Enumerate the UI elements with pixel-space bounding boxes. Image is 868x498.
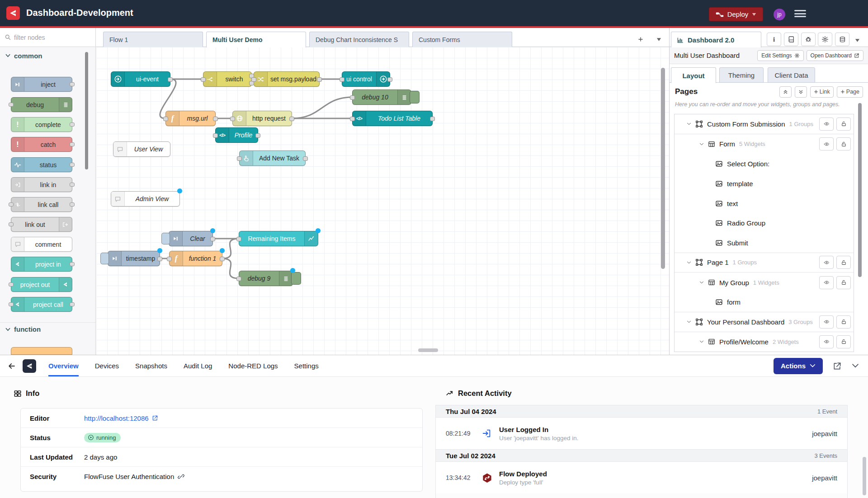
output-port[interactable] <box>303 156 308 161</box>
collapse-chevron-icon[interactable] <box>699 280 704 285</box>
port[interactable] <box>70 302 75 306</box>
flow-node-ui-event[interactable]: ui-event <box>111 71 170 87</box>
lock-button[interactable] <box>836 256 851 269</box>
sidebar-tool-info-button[interactable]: i <box>767 33 781 46</box>
input-port[interactable] <box>236 237 241 241</box>
port[interactable] <box>9 202 14 207</box>
flow-node-todo-list-table[interactable]: </>Todo List Table <box>352 111 433 126</box>
chain-icon[interactable] <box>178 473 184 480</box>
sidebar-caret-icon[interactable] <box>855 36 860 44</box>
flow-node-http-request[interactable]: http request <box>232 111 292 126</box>
collapse-chevron-icon[interactable] <box>699 339 704 344</box>
input-port[interactable] <box>167 257 172 261</box>
input-port[interactable] <box>230 117 235 121</box>
tree-row-select-option-[interactable]: Select Option: <box>675 154 854 174</box>
open-editor-icon[interactable] <box>833 362 842 371</box>
collapse-chevron-icon[interactable] <box>686 319 692 324</box>
input-port[interactable] <box>201 77 206 82</box>
lock-button[interactable] <box>836 117 851 131</box>
port[interactable] <box>9 302 14 306</box>
lock-button[interactable] <box>836 335 851 348</box>
tree-row-profile-welcome[interactable]: Profile/Welcome2 Widgets <box>675 332 854 352</box>
flow-node-msg-url[interactable]: fmsg.url <box>165 111 216 126</box>
palette-node-partial[interactable] <box>11 347 72 355</box>
deploy-button[interactable]: Deploy <box>709 7 763 21</box>
palette-section-common[interactable]: common <box>0 49 95 62</box>
visibility-button[interactable] <box>819 276 834 289</box>
tree-row-custom-form-submission[interactable]: Custom Form Submission1 Groups <box>675 114 854 134</box>
wire[interactable] <box>222 239 239 258</box>
tree-row-page-1[interactable]: Page 11 Groups <box>675 253 854 273</box>
tree-row-my-group[interactable]: My Group1 Widgets <box>675 272 854 292</box>
flow-node-add-new-task[interactable]: Add New Task <box>239 150 306 166</box>
instance-tab-devices[interactable]: Devices <box>95 355 119 376</box>
output-port[interactable] <box>430 117 435 121</box>
flow-node-clear[interactable]: Clear <box>169 231 213 246</box>
collapse-chevron-icon[interactable] <box>699 141 704 147</box>
palette-node-project-out[interactable]: project out <box>11 277 72 292</box>
palette-node-status[interactable]: status <box>11 157 72 172</box>
flow-node-debug-9[interactable]: debug 9 <box>239 271 293 286</box>
sidebar-tool-book-button[interactable] <box>784 33 798 46</box>
flowfuse-instance-logo-icon[interactable] <box>23 359 36 373</box>
palette-node-inject[interactable]: inject <box>11 77 72 92</box>
sidebar-tab-client-data[interactable]: Client Data <box>768 67 815 83</box>
sidebar-tool-gear-button[interactable] <box>818 33 832 46</box>
port[interactable] <box>70 82 75 86</box>
editor-link[interactable]: http://localhost:12086 <box>84 414 158 422</box>
activity-event-row[interactable]: 13:34:42Flow DeployedDeploy type 'full'j… <box>436 462 847 493</box>
instance-tab-node-red-logs[interactable]: Node-RED Logs <box>228 355 278 376</box>
collapse-panel-icon[interactable] <box>852 363 859 368</box>
flow-node-set-msg-payload[interactable]: set msg.payload <box>254 71 320 87</box>
flow-node-remaining-items[interactable]: Remaining Items <box>239 231 318 246</box>
collapse-chevron-icon[interactable] <box>686 121 692 127</box>
add-flow-button[interactable] <box>635 34 646 44</box>
tree-row-radio-group[interactable]: Radio Group <box>675 213 854 233</box>
flow-tab-multi-user-demo[interactable]: Multi User Demo <box>206 32 306 47</box>
canvas-hscrollbar[interactable] <box>418 348 438 352</box>
back-arrow-icon[interactable] <box>7 362 16 371</box>
port[interactable] <box>9 222 14 226</box>
flow-list-caret-icon[interactable] <box>653 34 665 44</box>
user-avatar[interactable]: jp <box>774 9 785 20</box>
tree-row-submit[interactable]: Submit <box>675 233 854 253</box>
comment-node-user-view[interactable]: User View <box>113 141 170 157</box>
lock-button[interactable] <box>836 315 851 329</box>
tree-row-form[interactable]: form <box>675 292 854 312</box>
add-page-button[interactable]: Page <box>837 86 863 98</box>
input-port[interactable] <box>251 77 256 82</box>
input-port[interactable] <box>163 117 168 121</box>
port[interactable] <box>70 122 75 127</box>
tab-dashboard-2[interactable]: Dashboard 2.0 <box>671 32 761 47</box>
palette-node-catch[interactable]: !catch <box>11 137 72 152</box>
input-port[interactable] <box>236 277 241 281</box>
visibility-button[interactable] <box>819 137 834 150</box>
port[interactable] <box>70 163 75 167</box>
wire[interactable] <box>222 258 239 278</box>
port[interactable] <box>70 142 75 146</box>
palette-filter-input[interactable] <box>14 34 82 41</box>
expand-all-button[interactable] <box>795 86 807 98</box>
palette-node-link-in[interactable]: link in <box>11 177 72 192</box>
lock-button[interactable] <box>836 276 851 289</box>
visibility-button[interactable] <box>819 117 834 131</box>
collapse-all-button[interactable] <box>779 86 792 98</box>
open-dashboard-button[interactable]: Open Dashboard <box>807 50 863 61</box>
flow-node-ui-control[interactable]: ui control <box>342 71 390 87</box>
tree-row-form[interactable]: Form5 Widgets <box>675 134 854 154</box>
sidebar-tab-layout[interactable]: Layout <box>671 67 716 83</box>
inject-button[interactable] <box>161 233 170 244</box>
canvas-vscrollbar[interactable] <box>661 68 665 269</box>
output-port[interactable] <box>213 117 218 121</box>
deploy-caret-icon[interactable] <box>752 13 756 16</box>
activity-event-row[interactable]: 08:21:49User Logged InUser 'joepavitt' h… <box>436 418 847 449</box>
edit-settings-button[interactable]: Edit Settings <box>757 50 803 61</box>
debug-toggle-button[interactable] <box>410 91 420 103</box>
input-port[interactable] <box>237 156 242 161</box>
output-port[interactable] <box>220 257 225 261</box>
tree-row-your-personal-dashboard[interactable]: Your Personal Dashboard3 Groups <box>675 312 854 332</box>
collapse-chevron-icon[interactable] <box>686 260 692 265</box>
output-port[interactable] <box>168 77 173 82</box>
instance-tab-audit-log[interactable]: Audit Log <box>184 355 212 376</box>
flow-node-debug-10[interactable]: debug 10 <box>352 89 411 105</box>
